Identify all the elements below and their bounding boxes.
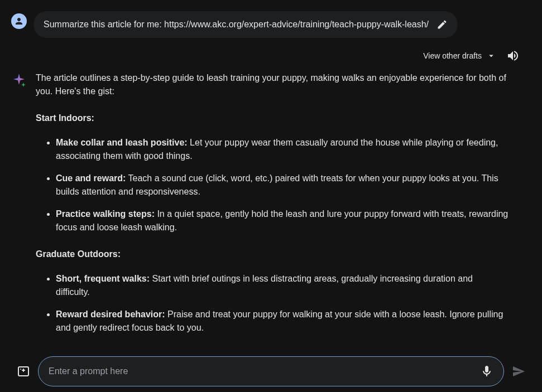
chevron-down-icon: [486, 51, 496, 61]
send-icon[interactable]: [512, 365, 525, 378]
prompt-input[interactable]: [49, 366, 473, 376]
svg-point-1: [20, 369, 21, 370]
bullet-title: Practice walking steps:: [56, 209, 155, 219]
assistant-avatar: [11, 72, 27, 88]
user-message: Summarize this article for me: https://w…: [11, 11, 531, 38]
bullet-title: Cue and reward:: [56, 173, 126, 183]
list-item: Practice walking steps: In a quiet space…: [56, 207, 509, 234]
response-intro: The article outlines a step-by-step guid…: [36, 71, 509, 98]
view-drafts-button[interactable]: View other drafts: [423, 51, 496, 61]
person-icon: [14, 16, 24, 26]
assistant-content: The article outlines a step-by-step guid…: [36, 71, 531, 346]
mic-icon[interactable]: [480, 365, 493, 378]
edit-icon[interactable]: [437, 19, 448, 30]
drafts-row: View other drafts: [11, 49, 531, 62]
upload-image-icon[interactable]: [17, 365, 30, 378]
list-item: Short, frequent walks: Start with brief …: [56, 272, 509, 299]
bullet-title: Reward desired behavior:: [56, 309, 165, 319]
user-bubble: Summarize this article for me: https://w…: [33, 11, 458, 38]
prompt-input-wrapper[interactable]: [38, 356, 504, 386]
speaker-icon[interactable]: [506, 49, 520, 62]
user-avatar: [11, 13, 27, 29]
assistant-message: The article outlines a step-by-step guid…: [11, 71, 531, 346]
section-title: Graduate Outdoors:: [36, 248, 509, 261]
bullet-list: Short, frequent walks: Start with brief …: [36, 272, 509, 335]
bullet-title: Make collar and leash positive:: [56, 138, 188, 147]
bullet-list: Make collar and leash positive: Let your…: [36, 136, 509, 234]
bullet-title: Short, frequent walks:: [56, 274, 150, 283]
sparkle-icon: [11, 72, 27, 88]
chat-container: Summarize this article for me: https://w…: [0, 0, 542, 346]
list-item: Make collar and leash positive: Let your…: [56, 136, 509, 163]
list-item: Reward desired behavior: Praise and trea…: [56, 308, 509, 335]
input-area: [0, 356, 542, 386]
section-title: Start Indoors:: [36, 112, 509, 125]
user-message-text: Summarize this article for me: https://w…: [44, 20, 429, 30]
drafts-label: View other drafts: [423, 51, 482, 60]
list-item: Cue and reward: Teach a sound cue (click…: [56, 172, 509, 199]
